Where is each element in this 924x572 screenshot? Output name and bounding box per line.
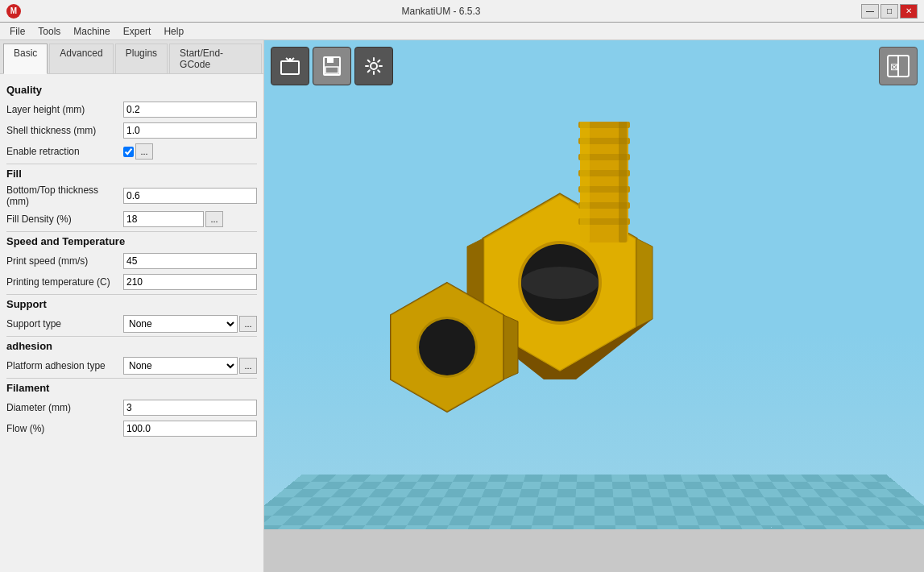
- svg-text:⊠: ⊠: [890, 61, 898, 73]
- print-speed-row: Print speed (mm/s): [6, 252, 257, 270]
- svg-point-20: [419, 319, 475, 375]
- menu-expert[interactable]: Expert: [117, 24, 158, 39]
- main-container: Basic Advanced Plugins Start/End-GCode Q…: [0, 40, 924, 572]
- bottom-top-input[interactable]: [123, 188, 257, 204]
- enable-retraction-row: Enable retraction ...: [6, 143, 257, 160]
- viewport-right-button[interactable]: ⊠: [879, 47, 918, 85]
- filament-title: Filament: [6, 382, 257, 394]
- platform-adhesion-select[interactable]: None Brim Raft: [123, 357, 238, 375]
- support-type-row: Support type None Touching buildplate Ev…: [6, 315, 257, 333]
- right-panel-icon: ⊠: [886, 54, 910, 78]
- enable-retraction-dots-button[interactable]: ...: [135, 143, 153, 160]
- flow-input[interactable]: [123, 421, 257, 437]
- support-type-select[interactable]: None Touching buildplate Everywhere: [123, 315, 238, 333]
- tab-basic[interactable]: Basic: [3, 44, 48, 74]
- tabs-bar: Basic Advanced Plugins Start/End-GCode: [0, 40, 263, 74]
- save-icon: [321, 55, 343, 77]
- print-temp-input[interactable]: [123, 274, 257, 290]
- adhesion-divider: [6, 378, 257, 379]
- title-bar: M MankatiUM - 6.5.3 — □ ✕: [0, 0, 924, 23]
- quality-title: Quality: [6, 84, 257, 96]
- tab-advanced[interactable]: Advanced: [49, 44, 113, 73]
- svg-marker-13: [636, 238, 653, 327]
- bottom-top-label: Bottom/Top thickness (mm): [6, 184, 123, 207]
- platform-adhesion-dots-button[interactable]: ...: [239, 358, 257, 374]
- svg-marker-21: [503, 315, 518, 379]
- quality-divider: [6, 164, 257, 164]
- print-speed-input[interactable]: [123, 253, 257, 269]
- svg-point-5: [371, 63, 377, 69]
- svg-point-16: [521, 267, 599, 299]
- maximize-button[interactable]: □: [880, 4, 898, 19]
- viewport-btn-load[interactable]: [271, 47, 309, 85]
- menu-file[interactable]: File: [3, 24, 31, 39]
- platform-adhesion-label: Platform adhesion type: [6, 360, 123, 371]
- flow-row: Flow (%): [6, 420, 257, 437]
- fill-divider: [6, 231, 257, 232]
- 3d-scene: [367, 122, 737, 492]
- viewport-btn-settings[interactable]: [354, 47, 393, 85]
- svg-rect-4: [325, 67, 338, 73]
- support-type-label: Support type: [6, 318, 123, 330]
- diameter-row: Diameter (mm): [6, 399, 257, 417]
- settings-panel: Quality Layer height (mm) Shell thicknes…: [0, 74, 263, 572]
- menu-bar: File Tools Machine Expert Help: [0, 23, 924, 40]
- enable-retraction-label: Enable retraction: [6, 146, 123, 157]
- svg-rect-3: [327, 57, 334, 63]
- adhesion-title: adhesion: [6, 340, 257, 352]
- layer-height-row: Layer height (mm): [6, 101, 257, 118]
- enable-retraction-checkbox-container: [123, 147, 134, 157]
- load-icon: [279, 55, 301, 77]
- viewport-toolbar: [271, 47, 393, 85]
- layer-height-input[interactable]: [123, 102, 257, 118]
- speed-temp-title: Speed and Temperature: [6, 235, 257, 247]
- support-divider: [6, 336, 257, 337]
- minimize-button[interactable]: —: [861, 4, 879, 19]
- fill-title: Fill: [6, 168, 257, 180]
- svg-rect-40: [580, 122, 590, 242]
- fill-density-row: Fill Density (%) ...: [6, 210, 257, 228]
- left-panel: Basic Advanced Plugins Start/End-GCode Q…: [0, 40, 264, 572]
- print-speed-label: Print speed (mm/s): [6, 255, 123, 267]
- close-button[interactable]: ✕: [900, 4, 918, 19]
- tab-start-end-gcode[interactable]: Start/End-GCode: [169, 44, 262, 73]
- fill-density-dots-button[interactable]: ...: [205, 211, 223, 227]
- viewport[interactable]: ⊠: [264, 40, 924, 572]
- diameter-input[interactable]: [123, 400, 257, 416]
- diameter-label: Diameter (mm): [6, 402, 123, 413]
- shell-thickness-row: Shell thickness (mm): [6, 122, 257, 139]
- app-logo: M: [6, 4, 21, 19]
- support-title: Support: [6, 298, 257, 310]
- support-type-dots-button[interactable]: ...: [239, 316, 257, 332]
- window-controls: — □ ✕: [861, 4, 918, 19]
- layer-height-label: Layer height (mm): [6, 104, 123, 115]
- shell-thickness-label: Shell thickness (mm): [6, 125, 123, 136]
- settings-icon: [363, 55, 385, 77]
- menu-tools[interactable]: Tools: [31, 24, 67, 39]
- print-temp-label: Printing temperature (C): [6, 276, 123, 288]
- speed-divider: [6, 294, 257, 295]
- platform-adhesion-row: Platform adhesion type None Brim Raft ..…: [6, 357, 257, 375]
- fill-density-input[interactable]: [123, 211, 204, 227]
- window-title: MankatiUM - 6.5.3: [21, 6, 861, 17]
- flow-label: Flow (%): [6, 423, 123, 434]
- bottom-top-row: Bottom/Top thickness (mm): [6, 184, 257, 207]
- viewport-btn-save[interactable]: [313, 47, 351, 85]
- print-temp-row: Printing temperature (C): [6, 273, 257, 291]
- menu-help[interactable]: Help: [157, 24, 190, 39]
- svg-rect-41: [619, 122, 627, 242]
- fill-density-label: Fill Density (%): [6, 213, 123, 225]
- floor-base: [264, 529, 924, 572]
- shell-thickness-input[interactable]: [123, 122, 257, 139]
- svg-rect-0: [281, 61, 299, 74]
- enable-retraction-checkbox[interactable]: [123, 147, 134, 157]
- menu-machine[interactable]: Machine: [67, 24, 116, 39]
- tab-plugins[interactable]: Plugins: [115, 44, 168, 73]
